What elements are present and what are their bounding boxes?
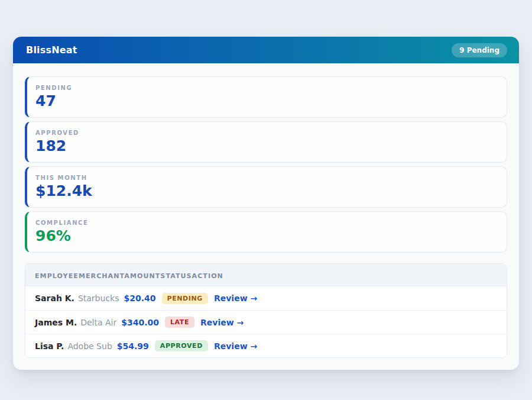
review-link[interactable]: Review → [214, 293, 257, 303]
expense-amount: $54.99 [117, 341, 149, 351]
app-title: BlissNeat [26, 44, 77, 56]
column-header-employee: EMPLOYEE [35, 272, 79, 280]
column-header-merchant: MERCHANT [79, 272, 124, 280]
stat-card-compliance: COMPLIANCE 96% [25, 211, 507, 253]
employee-name: James M. [35, 318, 77, 327]
column-header-status: STATUS [160, 272, 192, 280]
employee-name: Sarah K. [35, 293, 74, 303]
stat-label: APPROVED [35, 130, 497, 136]
column-header-amount: AMOUNT [124, 272, 160, 280]
app-header: BlissNeat 9 Pending [13, 37, 519, 63]
status-badge: PENDING [162, 293, 208, 304]
expense-amount: $20.40 [124, 293, 155, 303]
stat-card-this-month: THIS MONTH $12.4k [25, 166, 507, 208]
column-header-action: ACTION [192, 272, 223, 280]
merchant-name: Adobe Sub [67, 341, 112, 351]
stat-label: THIS MONTH [35, 175, 497, 181]
stat-label: PENDING [35, 85, 497, 91]
expense-table: EMPLOYEEMERCHANTAMOUNTSTATUSACTION Sarah… [25, 263, 507, 358]
pending-count-badge: 9 Pending [452, 43, 507, 57]
review-link[interactable]: Review → [214, 341, 257, 351]
stat-card-approved: APPROVED 182 [25, 121, 507, 163]
table-header-row: EMPLOYEEMERCHANTAMOUNTSTATUSACTION [25, 264, 507, 286]
review-link[interactable]: Review → [200, 318, 244, 327]
merchant-name: Delta Air [80, 318, 116, 327]
stat-value: 182 [35, 138, 497, 155]
stat-value: 96% [35, 228, 497, 245]
status-badge: LATE [165, 317, 194, 328]
status-badge: APPROVED [155, 340, 208, 351]
stat-label: COMPLIANCE [35, 220, 497, 226]
stat-card-pending: PENDING 47 [25, 76, 507, 118]
table-row: James M. Delta Air $340.00 LATE Review → [25, 310, 507, 334]
expense-amount: $340.00 [121, 318, 159, 327]
stat-value: 47 [35, 93, 497, 110]
table-row: Sarah K. Starbucks $20.40 PENDING Review… [25, 286, 507, 310]
stat-value: $12.4k [35, 183, 497, 200]
dashboard-content: PENDING 47 APPROVED 182 THIS MONTH $12.4… [13, 63, 519, 370]
expense-dashboard-card: BlissNeat 9 Pending PENDING 47 APPROVED … [13, 37, 519, 370]
table-row: Lisa P. Adobe Sub $54.99 APPROVED Review… [25, 334, 507, 357]
employee-name: Lisa P. [35, 341, 64, 351]
merchant-name: Starbucks [78, 293, 119, 303]
